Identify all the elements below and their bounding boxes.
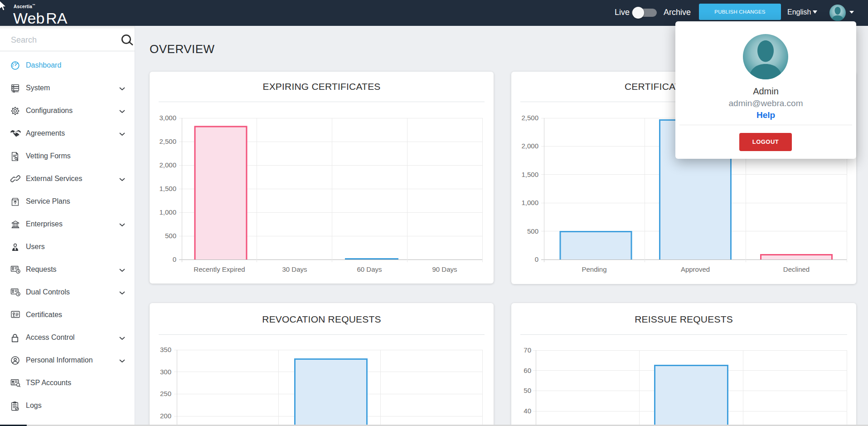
svg-text:90 Days: 90 Days [432, 265, 457, 273]
svg-text:0: 0 [173, 255, 176, 263]
svg-text:60: 60 [524, 367, 531, 374]
svg-text:2,500: 2,500 [159, 137, 176, 145]
svg-text:2,000: 2,000 [521, 142, 538, 150]
svg-text:0: 0 [535, 255, 538, 263]
svg-text:40: 40 [524, 407, 531, 415]
svg-text:200: 200 [160, 412, 171, 420]
svg-text:50: 50 [524, 387, 531, 394]
svg-text:350: 350 [160, 346, 171, 353]
svg-text:300: 300 [160, 368, 171, 376]
svg-text:1,500: 1,500 [521, 171, 538, 178]
svg-text:30 Days: 30 Days [282, 265, 307, 273]
svg-text:500: 500 [527, 227, 538, 235]
svg-text:3,000: 3,000 [159, 114, 176, 122]
svg-text:Declined: Declined [783, 265, 810, 273]
svg-text:Approved: Approved [681, 265, 710, 273]
svg-text:1,000: 1,000 [521, 199, 538, 206]
svg-text:Pending: Pending [582, 265, 606, 273]
svg-text:60 Days: 60 Days [357, 265, 382, 273]
svg-text:500: 500 [165, 232, 176, 240]
svg-text:Recently Expired: Recently Expired [194, 265, 245, 273]
svg-text:2,500: 2,500 [521, 114, 538, 122]
svg-text:70: 70 [524, 346, 531, 354]
svg-text:250: 250 [160, 390, 171, 397]
svg-text:2,000: 2,000 [159, 161, 176, 169]
svg-text:1,000: 1,000 [159, 208, 176, 216]
svg-text:1,500: 1,500 [159, 185, 176, 192]
